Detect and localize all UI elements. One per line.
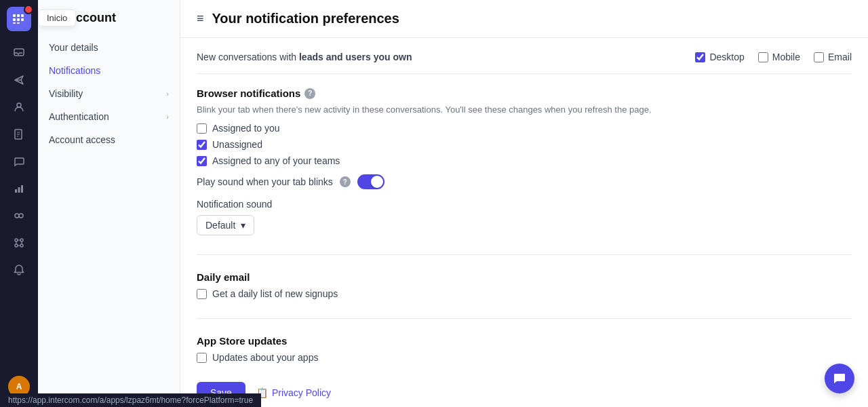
mobile-checkbox[interactable]	[758, 52, 768, 62]
sidebar-item-account-access[interactable]: Account access	[38, 128, 180, 151]
daily-email-option-row: Get a daily list of new signups	[197, 288, 852, 299]
mobile-checkbox-label[interactable]: Mobile	[758, 52, 800, 62]
chevron-right-icon: ›	[166, 113, 169, 121]
svg-point-14	[15, 214, 19, 218]
daily-email-title: Daily email	[197, 271, 852, 283]
sidebar-item-your-details[interactable]: Your details	[38, 36, 180, 59]
section-divider-2	[197, 318, 852, 319]
browser-assigned-teams-row: Assigned to any of your teams	[197, 155, 852, 166]
notification-sound-dropdown[interactable]: Default ▾	[197, 215, 254, 235]
desktop-checkbox-label[interactable]: Desktop	[695, 52, 744, 62]
privacy-policy-link[interactable]: 📋 Privacy Policy	[256, 387, 331, 398]
sidebar-item-visibility[interactable]: Visibility ›	[38, 82, 180, 105]
notification-sound-label: Notification sound	[197, 199, 852, 210]
svg-rect-8	[14, 49, 24, 56]
svg-rect-12	[18, 187, 20, 193]
browser-assigned-to-you-row: Assigned to you	[197, 123, 852, 134]
play-sound-toggle[interactable]	[357, 174, 384, 189]
main-header: ≡ Your notification preferences	[180, 0, 868, 38]
svg-point-17	[20, 239, 23, 241]
play-sound-help-icon[interactable]: ?	[340, 176, 351, 187]
assigned-to-teams-checkbox[interactable]	[197, 156, 207, 166]
svg-rect-1	[17, 14, 20, 17]
app-store-section: App Store updates Updates about your app…	[197, 335, 852, 363]
hamburger-icon[interactable]: ≡	[197, 12, 204, 26]
browser-notifications-section: Browser notifications ? Blink your tab w…	[197, 88, 852, 235]
chat-widget-button[interactable]	[825, 364, 854, 393]
browser-notifications-title: Browser notifications ?	[197, 88, 852, 99]
footer-row: Save 📋 Privacy Policy	[197, 382, 852, 404]
nav-book-icon[interactable]	[7, 122, 31, 147]
nav-messages-icon[interactable]	[7, 149, 31, 174]
chevron-right-icon: ›	[166, 90, 169, 98]
nav-chart-icon[interactable]	[7, 176, 31, 201]
email-checkbox-label[interactable]: Email	[814, 52, 852, 62]
section-divider-1	[197, 254, 852, 255]
svg-rect-3	[13, 18, 16, 21]
nav-inbox-icon[interactable]	[7, 41, 31, 65]
status-bar: https://app.intercom.com/a/apps/lzpaz6mt…	[0, 393, 261, 407]
tooltip: Inicio	[38, 9, 76, 26]
browser-notifications-desc: Blink your tab when there's new activity…	[197, 104, 852, 115]
icon-rail: A	[0, 0, 38, 407]
sidebar-item-notifications[interactable]: Notifications	[38, 59, 180, 82]
new-conv-text: New conversations with leads and users y…	[197, 52, 412, 62]
nav-send-icon[interactable]	[7, 68, 31, 92]
app-store-title: App Store updates	[197, 335, 852, 347]
svg-rect-0	[13, 14, 16, 17]
svg-point-16	[15, 239, 18, 241]
nav-bell-icon[interactable]	[7, 258, 31, 282]
svg-point-18	[15, 244, 18, 247]
svg-rect-13	[21, 185, 23, 193]
svg-rect-6	[13, 22, 16, 24]
new-conv-emphasis: leads and users you own	[299, 52, 412, 62]
browser-notifications-help-icon[interactable]: ?	[304, 88, 315, 99]
play-sound-row: Play sound when your tab blinks ?	[197, 174, 852, 189]
svg-rect-4	[17, 18, 20, 21]
app-logo[interactable]	[7, 7, 31, 31]
app-updates-checkbox[interactable]	[197, 353, 207, 363]
notification-channel-checkboxes: Desktop Mobile Email	[695, 52, 852, 62]
page-title: Your notification preferences	[212, 11, 399, 26]
sidebar: My account Your details Notifications Vi…	[38, 0, 180, 407]
main-content: New conversations with leads and users y…	[180, 38, 868, 407]
daily-email-section: Daily email Get a daily list of new sign…	[197, 271, 852, 299]
sidebar-item-authentication[interactable]: Authentication ›	[38, 105, 180, 128]
daily-signups-checkbox[interactable]	[197, 289, 207, 299]
svg-point-19	[20, 244, 23, 247]
svg-rect-2	[21, 14, 24, 17]
svg-point-15	[19, 214, 23, 218]
nav-chat-icon[interactable]	[7, 204, 31, 228]
app-store-option-row: Updates about your apps	[197, 352, 852, 363]
new-conversations-row: New conversations with leads and users y…	[197, 52, 852, 74]
svg-rect-7	[17, 22, 20, 24]
unassigned-checkbox[interactable]	[197, 140, 207, 150]
nav-contacts-icon[interactable]	[7, 95, 31, 119]
chevron-down-icon: ▾	[241, 220, 245, 231]
main-content-area: ≡ Your notification preferences New conv…	[180, 0, 868, 407]
nav-integrations-icon[interactable]	[7, 231, 31, 255]
svg-rect-5	[21, 18, 24, 21]
assigned-to-you-checkbox[interactable]	[197, 123, 207, 134]
email-checkbox[interactable]	[814, 52, 824, 62]
browser-unassigned-row: Unassigned	[197, 139, 852, 150]
desktop-checkbox[interactable]	[695, 52, 705, 62]
svg-point-9	[17, 103, 21, 107]
svg-rect-11	[15, 189, 17, 193]
